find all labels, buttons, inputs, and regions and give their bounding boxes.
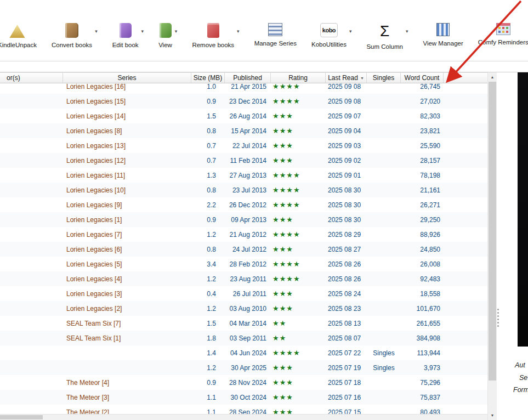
cell-size[interactable]: 0.7	[191, 142, 225, 150]
cell-lastread[interactable]: 2025 09 08	[326, 83, 367, 90]
cell-published[interactable]: 15 Apr 2014	[225, 127, 271, 135]
cell-singles[interactable]: Singles	[367, 364, 401, 372]
cell-wordcount[interactable]: 26,271	[401, 201, 444, 209]
cell-series[interactable]: Lorien Legacies [10]	[63, 186, 191, 194]
cell-wordcount[interactable]: 82,303	[401, 112, 444, 120]
cell-wordcount[interactable]: 101,670	[401, 305, 444, 313]
panel-splitter-handle[interactable]	[497, 309, 499, 327]
scroll-down-icon[interactable]: ▼	[488, 411, 497, 420]
table-row[interactable]: The Meteor [3]1.130 Oct 2024★★★2025 07 1…	[0, 390, 487, 405]
cell-lastread[interactable]: 2025 08 30	[326, 216, 367, 224]
cell-lastread[interactable]: 2025 08 26	[326, 260, 367, 268]
cell-lastread[interactable]: 2025 07 19	[326, 364, 367, 372]
dropdown-caret-icon[interactable]: ▾	[141, 29, 144, 34]
cell-rating[interactable]: ★★	[271, 319, 326, 327]
cell-series[interactable]: Lorien Legacies [1]	[63, 216, 191, 224]
cell-series[interactable]: The Meteor [3]	[63, 394, 191, 401]
cell-published[interactable]: 26 Aug 2014	[225, 112, 271, 120]
horizontal-scrollbar[interactable]	[0, 414, 487, 420]
cell-lastread[interactable]: 2025 07 22	[326, 349, 367, 357]
cell-size[interactable]: 1.5	[191, 112, 225, 120]
cell-published[interactable]: 22 Jul 2014	[225, 142, 271, 150]
cell-wordcount[interactable]: 26,008	[401, 260, 444, 268]
vertical-scrollbar-thumb[interactable]	[489, 82, 496, 381]
cell-wordcount[interactable]: 23,821	[401, 127, 444, 135]
cell-size[interactable]: 0.8	[191, 246, 225, 253]
cell-lastread[interactable]: 2025 09 04	[326, 127, 367, 135]
dropdown-caret-icon[interactable]: ▾	[95, 29, 98, 34]
cell-series[interactable]: SEAL Team Six [1]	[63, 334, 191, 342]
cell-wordcount[interactable]: 113,944	[401, 349, 444, 357]
cell-lastread[interactable]: 2025 08 23	[326, 305, 367, 313]
horizontal-scrollbar-thumb[interactable]	[0, 415, 43, 419]
cell-wordcount[interactable]: 21,161	[401, 186, 444, 194]
cell-wordcount[interactable]: 92,483	[401, 275, 444, 283]
table-row[interactable]: Lorien Legacies [5]3.428 Feb 2012★★★★202…	[0, 257, 487, 271]
cell-series[interactable]: Lorien Legacies [11]	[63, 172, 191, 179]
cell-size[interactable]: 0.8	[191, 186, 225, 194]
scroll-up-icon[interactable]: ▲	[488, 72, 497, 82]
table-row[interactable]: The Meteor [4]0.928 Nov 2024★★★2025 07 1…	[0, 375, 487, 390]
cell-lastread[interactable]: 2025 08 24	[326, 290, 367, 298]
table-row[interactable]: SEAL Team Six [7]1.504 Mar 2014★★2025 08…	[0, 316, 487, 331]
cell-rating[interactable]: ★★★★	[271, 97, 326, 105]
cell-wordcount[interactable]: 24,850	[401, 246, 444, 253]
cell-wordcount[interactable]: 261,655	[401, 320, 444, 327]
table-row[interactable]: 1.230 Apr 2025★★★2025 07 19Singles3,973	[0, 360, 487, 375]
cell-published[interactable]: 11 Feb 2014	[225, 157, 271, 164]
cell-series[interactable]: Lorien Legacies [4]	[63, 275, 191, 283]
dropdown-caret-icon[interactable]: ▾	[237, 29, 240, 34]
cell-rating[interactable]: ★★★	[271, 112, 326, 120]
cell-size[interactable]: 0.9	[191, 379, 225, 387]
cell-rating[interactable]: ★★★★	[271, 186, 326, 194]
cell-rating[interactable]: ★★★★	[271, 230, 326, 239]
cell-wordcount[interactable]: 88,926	[401, 231, 444, 239]
cell-lastread[interactable]: 2025 09 01	[326, 172, 367, 179]
cell-published[interactable]: 03 Aug 2010	[225, 305, 271, 313]
table-row[interactable]: Lorien Legacies [6]0.824 Jul 2012★★★2025…	[0, 242, 487, 257]
cell-series[interactable]: Lorien Legacies [5]	[63, 260, 191, 268]
cell-published[interactable]: 27 Aug 2013	[225, 172, 271, 179]
cell-rating[interactable]: ★★★★	[271, 275, 326, 283]
cell-published[interactable]: 21 Aug 2012	[225, 231, 271, 239]
table-row[interactable]: 1.404 Jun 2024★★★★2025 07 22Singles113,9…	[0, 345, 487, 360]
cell-lastread[interactable]: 2025 08 07	[326, 334, 367, 342]
cell-size[interactable]: 1.2	[191, 305, 225, 313]
cell-rating[interactable]: ★★★	[271, 364, 326, 372]
cell-lastread[interactable]: 2025 07 16	[326, 394, 367, 401]
table-row[interactable]: Lorien Legacies [7]1.221 Aug 2012★★★★202…	[0, 227, 487, 242]
cell-rating[interactable]: ★★★	[271, 215, 326, 224]
cell-published[interactable]: 26 Dec 2012	[225, 201, 271, 209]
table-row[interactable]: Lorien Legacies [13]0.722 Jul 2014★★★202…	[0, 138, 487, 153]
cell-size[interactable]: 1.2	[191, 231, 225, 239]
table-row[interactable]: Lorien Legacies [12]0.711 Feb 2014★★★202…	[0, 153, 487, 168]
cell-rating[interactable]: ★★★★	[271, 201, 326, 209]
column-header-size[interactable]: Size (MB)	[191, 73, 225, 83]
table-row[interactable]: Lorien Legacies [11]1.327 Aug 2013★★★★20…	[0, 168, 487, 183]
cell-rating[interactable]: ★★★	[271, 393, 326, 401]
cell-lastread[interactable]: 2025 08 27	[326, 246, 367, 253]
table-row[interactable]: Lorien Legacies [3]0.426 Jul 2011★★★2025…	[0, 286, 487, 301]
cell-published[interactable]: 04 Jun 2024	[225, 349, 271, 357]
cell-rating[interactable]: ★★★★	[271, 171, 326, 179]
cell-series[interactable]: Lorien Legacies [15]	[63, 98, 191, 105]
cell-wordcount[interactable]: 3,973	[401, 364, 444, 372]
cell-published[interactable]: 23 Aug 2011	[225, 275, 271, 283]
column-header-singles[interactable]: Singles	[367, 73, 401, 83]
table-row[interactable]: Lorien Legacies [2]1.203 Aug 2010★★★2025…	[0, 301, 487, 316]
cell-size[interactable]: 1.4	[191, 349, 225, 357]
cell-published[interactable]: 21 Apr 2015	[225, 83, 271, 90]
cell-published[interactable]: 04 Mar 2014	[225, 320, 271, 327]
cell-lastread[interactable]: 2025 08 30	[326, 186, 367, 194]
toolbar-button-manageseries[interactable]: Manage Series	[254, 23, 297, 47]
toolbar-button-removebooks[interactable]: Remove books▾	[192, 23, 239, 48]
cell-published[interactable]: 03 Sep 2011	[225, 334, 271, 342]
cell-series[interactable]: Lorien Legacies [6]	[63, 246, 191, 253]
cell-lastread[interactable]: 2025 09 02	[326, 157, 367, 164]
cell-rating[interactable]: ★★★	[271, 127, 326, 135]
cell-series[interactable]: Lorien Legacies [12]	[63, 157, 191, 164]
cell-rating[interactable]: ★★★	[271, 141, 326, 150]
cell-published[interactable]: 23 Jul 2013	[225, 186, 271, 194]
cell-size[interactable]: 3.4	[191, 260, 225, 268]
cell-series[interactable]: SEAL Team Six [7]	[63, 320, 191, 327]
